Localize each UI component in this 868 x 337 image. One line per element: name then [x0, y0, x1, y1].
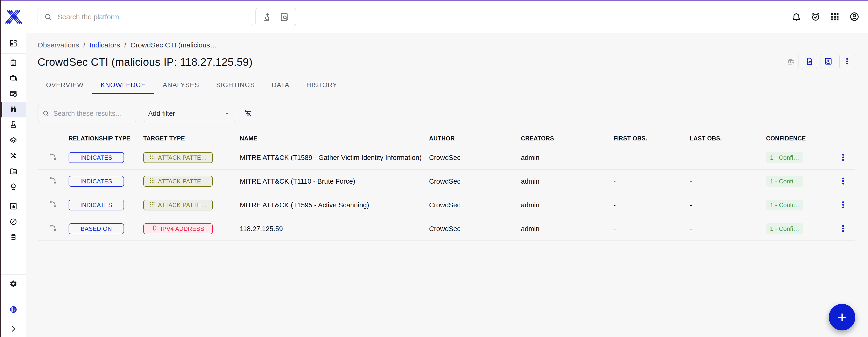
sidebar-item-techniques[interactable]: [1, 148, 26, 164]
export-button[interactable]: [802, 54, 817, 69]
sidebar-item-collapse[interactable]: [1, 323, 26, 336]
search-icon: [42, 110, 50, 117]
binoculars-icon: [9, 105, 18, 114]
row-actions-kebab-button[interactable]: [837, 199, 849, 212]
breadcrumb-indicators[interactable]: Indicators: [90, 41, 120, 49]
relationship-type-chip: INDICATES: [69, 152, 124, 163]
results-search-field: [38, 105, 137, 122]
sidebar-item-investigations[interactable]: [1, 214, 26, 230]
sidebar-item-xtm-hub[interactable]: [1, 302, 26, 318]
apps-button[interactable]: [830, 12, 840, 22]
column-header-author[interactable]: AUTHOR: [429, 135, 521, 142]
column-header-last-obs[interactable]: LAST OBS.: [690, 135, 766, 142]
author-cell: CrowdSec: [429, 178, 521, 185]
sidebar-item-observations[interactable]: [1, 102, 26, 117]
sidebar-item-events[interactable]: [1, 86, 26, 102]
sidebar-item-analyses[interactable]: [1, 55, 26, 71]
browser-accent-strip: [0, 0, 868, 1]
opencti-logo[interactable]: [1, 6, 26, 28]
relationship-type-chip: BASED ON: [69, 223, 124, 234]
bank-plus-icon: [786, 57, 795, 66]
kebab-icon: [838, 200, 848, 210]
clipboard-search-icon[interactable]: [279, 12, 289, 22]
create-relationship-fab[interactable]: +: [829, 304, 855, 330]
column-header-name[interactable]: NAME: [240, 135, 429, 142]
sidebar-item-locations[interactable]: [1, 179, 26, 195]
target-name: MITRE ATT&CK (T1589 - Gather Victim Iden…: [240, 154, 429, 161]
tab-history[interactable]: HISTORY: [298, 76, 346, 94]
file-export-icon: [805, 57, 814, 66]
sidebar-item-home[interactable]: [1, 36, 26, 52]
target-type-chip: ATTACK PATTE…: [143, 200, 213, 210]
sidebar-item-entities[interactable]: [1, 164, 26, 179]
column-header-first-obs[interactable]: FIRST OBS.: [613, 135, 690, 142]
more-actions-button[interactable]: [839, 54, 855, 69]
table-row[interactable]: INDICATES ATTACK PATTE… MITRE ATT&CK (T1…: [38, 170, 855, 193]
column-header-confidence[interactable]: CONFIDENCE: [766, 135, 831, 142]
tab-analyses[interactable]: ANALYSES: [154, 76, 208, 94]
first-obs-cell: -: [613, 201, 690, 209]
search-icon: [44, 13, 52, 21]
sidebar-item-data[interactable]: [1, 230, 26, 245]
bar-chart-icon: [9, 202, 18, 211]
dashboard-icon: [9, 39, 18, 48]
column-header-creators[interactable]: CREATORS: [521, 135, 613, 142]
row-actions-kebab-button[interactable]: [837, 151, 849, 164]
table-row[interactable]: BASED ON IPV4 ADDRESS 118.27.125.59 Crow…: [38, 217, 855, 241]
table-body: INDICATES ATTACK PATTE… MITRE ATT&CK (T1…: [38, 146, 855, 241]
target-type-label: ATTACK PATTE…: [158, 178, 207, 185]
results-search-input[interactable]: [53, 110, 142, 118]
sidebar: [1, 33, 26, 337]
row-actions-kebab-button[interactable]: [837, 222, 849, 235]
relationships-table: RELATIONSHIP TYPE TARGET TYPE NAME AUTHO…: [38, 131, 855, 241]
relationship-link-icon: [49, 223, 58, 234]
notifications-button[interactable]: [792, 12, 801, 22]
window-edge-strip: [0, 0, 1, 337]
triggers-button[interactable]: [811, 12, 820, 22]
relationship-link-icon: [49, 200, 58, 211]
apps-grid-icon: [830, 12, 840, 22]
creators-cell: admin: [521, 154, 613, 161]
tab-data[interactable]: DATA: [263, 76, 298, 94]
relationship-type-chip: INDICATES: [69, 200, 124, 210]
table-row[interactable]: INDICATES ATTACK PATTE… MITRE ATT&CK (T1…: [38, 146, 855, 170]
sidebar-divider: [1, 197, 26, 197]
sidebar-item-arsenal[interactable]: [1, 133, 26, 148]
breadcrumb: Observations / Indicators / CrowdSec CTI…: [38, 41, 855, 49]
table-row[interactable]: INDICATES ATTACK PATTE… MITRE ATT&CK (T1…: [38, 193, 855, 217]
gear-icon: [9, 280, 18, 288]
breadcrumb-observations[interactable]: Observations: [38, 41, 79, 49]
creators-cell: admin: [521, 225, 613, 233]
author-cell: CrowdSec: [429, 201, 521, 209]
breadcrumb-separator: /: [124, 41, 126, 49]
breadcrumb-separator: /: [83, 41, 85, 49]
target-type-chip: IPV4 ADDRESS: [143, 223, 213, 234]
alarm-check-icon: [811, 12, 820, 22]
platform-search-input[interactable]: [57, 13, 247, 21]
sidebar-item-cases[interactable]: [1, 71, 26, 86]
tab-knowledge[interactable]: KNOWLEDGE: [92, 76, 154, 94]
last-obs-cell: -: [690, 201, 766, 209]
account-menu-button[interactable]: [849, 11, 860, 23]
container-add-button[interactable]: [783, 54, 799, 69]
sidebar-divider: [1, 274, 26, 275]
tab-sightings[interactable]: SIGHTINGS: [208, 76, 263, 94]
add-filter-select[interactable]: Add filter: [143, 105, 236, 122]
column-header-target-type[interactable]: TARGET TYPE: [143, 135, 240, 142]
sidebar-item-dashboards[interactable]: [1, 199, 26, 214]
row-actions-kebab-button[interactable]: [837, 175, 849, 188]
tab-overview[interactable]: OVERVIEW: [38, 76, 92, 94]
import-tray-icon: [824, 57, 833, 66]
microscope-icon[interactable]: [262, 12, 272, 22]
attack-pattern-icon: [149, 201, 155, 209]
folder-table-icon: [9, 167, 18, 176]
relationship-link-icon: [49, 152, 58, 163]
sidebar-item-threats[interactable]: [1, 117, 26, 133]
first-obs-cell: -: [613, 178, 690, 185]
sidebar-item-settings[interactable]: [1, 276, 26, 292]
top-bar: [1, 1, 868, 33]
downloads-button[interactable]: [820, 54, 836, 69]
clear-filters-button[interactable]: [243, 109, 253, 119]
ipv4-observable-hexagon-icon: [152, 225, 158, 233]
column-header-relationship-type[interactable]: RELATIONSHIP TYPE: [69, 135, 143, 142]
